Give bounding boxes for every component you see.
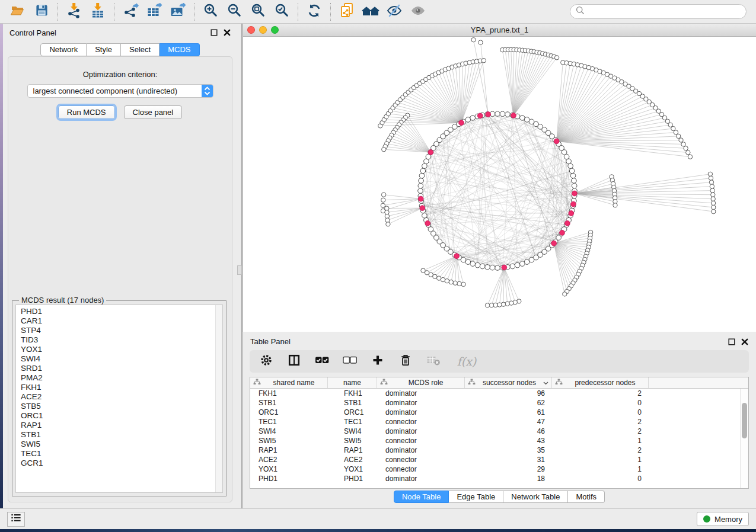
tab-edge-table[interactable]: Edge Table	[449, 491, 503, 503]
network-node[interactable]	[710, 188, 714, 193]
unselect-all-columns-button[interactable]	[342, 354, 358, 369]
network-node[interactable]	[524, 117, 529, 123]
network-node[interactable]	[471, 38, 476, 42]
table-row-rap1[interactable]: RAP1RAP1dominator352	[250, 446, 748, 455]
memory-button[interactable]: Memory	[697, 512, 749, 526]
network-node[interactable]	[570, 173, 576, 178]
mcds-result-list[interactable]: PHD1CAR1STP4TID3YOX1SWI4SRD1PMA2FKH1ACE2…	[15, 305, 223, 493]
network-node[interactable]	[418, 188, 423, 194]
mcds-result-node[interactable]: SWI4	[21, 354, 222, 364]
column-header-predecessor-nodes[interactable]: predecessor nodes	[552, 377, 649, 388]
mcds-hub-node[interactable]	[551, 241, 557, 246]
mcds-result-node[interactable]: ORC1	[21, 411, 222, 421]
first-neighbors-button[interactable]	[359, 2, 382, 22]
network-node[interactable]	[708, 172, 712, 176]
network-node[interactable]	[495, 265, 500, 271]
table-scrollbar-thumb[interactable]	[742, 403, 747, 438]
network-node[interactable]	[510, 264, 515, 269]
table-row-stb1[interactable]: STB1STB1dominator620	[250, 398, 748, 408]
table-row-swi4[interactable]: SWI4SWI4dominator462	[250, 427, 748, 436]
network-node[interactable]	[485, 303, 489, 307]
mcds-hub-node[interactable]	[572, 191, 578, 196]
network-node[interactable]	[479, 40, 483, 44]
table-row-tec1[interactable]: TEC1TEC1connector472	[250, 417, 748, 427]
mcds-result-node[interactable]: PHD1	[21, 307, 222, 316]
mcds-hub-node[interactable]	[502, 265, 507, 270]
delete-column-button[interactable]	[398, 354, 413, 369]
network-node[interactable]	[481, 59, 486, 63]
close-table-panel-icon[interactable]	[741, 338, 748, 345]
import-table-button[interactable]	[86, 2, 110, 22]
search-input[interactable]	[588, 7, 741, 16]
network-node[interactable]	[421, 268, 425, 273]
network-node[interactable]	[381, 198, 385, 202]
mcds-result-node[interactable]: SWI5	[21, 440, 222, 449]
tab-node-table[interactable]: Node Table	[394, 491, 449, 503]
mcds-hub-node[interactable]	[418, 196, 423, 201]
mcds-result-node[interactable]: YOX1	[21, 345, 222, 354]
network-node[interactable]	[457, 281, 461, 286]
network-node[interactable]	[495, 111, 500, 117]
window-minimize-button[interactable]	[259, 26, 267, 34]
network-node[interactable]	[711, 197, 715, 201]
network-node[interactable]	[677, 134, 681, 138]
window-maximize-button[interactable]	[271, 26, 279, 34]
network-node[interactable]	[564, 154, 569, 159]
function-builder-button[interactable]: f(x)	[454, 354, 480, 369]
network-node[interactable]	[453, 281, 457, 285]
network-node[interactable]	[711, 201, 715, 205]
mcds-result-node[interactable]: STP4	[21, 326, 222, 335]
show-columns-button[interactable]	[286, 354, 302, 369]
export-image-button[interactable]	[166, 2, 190, 22]
network-node[interactable]	[686, 150, 690, 155]
mcds-list-scrollbar[interactable]	[215, 305, 222, 492]
table-settings-button[interactable]	[259, 354, 274, 369]
network-node[interactable]	[569, 168, 575, 174]
mcds-result-node[interactable]: PMA2	[21, 373, 222, 383]
network-node[interactable]	[529, 257, 534, 262]
network-node[interactable]	[711, 193, 715, 197]
network-node[interactable]	[671, 126, 675, 130]
network-node[interactable]	[500, 111, 505, 117]
network-node[interactable]	[419, 178, 424, 184]
table-row-ace2[interactable]: ACE2ACE2connector311	[250, 455, 748, 464]
hide-selected-button[interactable]	[382, 2, 406, 22]
mcds-hub-node[interactable]	[459, 120, 464, 126]
export-table-button[interactable]	[142, 2, 166, 22]
network-node[interactable]	[566, 159, 572, 164]
mcds-hub-node[interactable]	[564, 221, 570, 226]
mcds-result-node[interactable]: SRD1	[21, 364, 222, 373]
mcds-result-node[interactable]: CAR1	[21, 316, 222, 326]
network-node[interactable]	[712, 205, 716, 209]
table-row-swi5[interactable]: SWI5SWI5connector431	[250, 436, 748, 446]
network-node[interactable]	[710, 184, 714, 188]
refresh-button[interactable]	[302, 2, 326, 22]
network-node[interactable]	[572, 178, 577, 184]
mcds-hub-node[interactable]	[486, 112, 491, 117]
mcds-hub-node[interactable]	[477, 113, 483, 118]
table-scrollbar[interactable]	[740, 389, 748, 488]
network-node[interactable]	[497, 303, 502, 307]
zoom-out-button[interactable]	[222, 2, 246, 22]
network-canvas[interactable]	[243, 37, 756, 332]
mcds-result-node[interactable]: ACE2	[21, 392, 222, 402]
network-node[interactable]	[515, 262, 520, 268]
panel-menu-button[interactable]	[7, 512, 25, 527]
column-header-mcds-role[interactable]: MCDS role	[377, 377, 465, 388]
network-node[interactable]	[524, 259, 529, 265]
network-node[interactable]	[470, 261, 476, 267]
clone-network-button[interactable]	[335, 2, 359, 22]
network-node[interactable]	[381, 193, 385, 197]
close-panel-button[interactable]: Close panel	[124, 105, 183, 119]
mcds-hub-node[interactable]	[569, 211, 574, 216]
delete-table-button[interactable]	[426, 354, 441, 369]
network-node[interactable]	[520, 261, 525, 267]
zoom-selected-button[interactable]	[270, 2, 294, 22]
network-node[interactable]	[505, 112, 511, 117]
mcds-result-node[interactable]: FKH1	[21, 383, 222, 392]
mcds-hub-node[interactable]	[571, 201, 576, 207]
tab-mcds[interactable]: MCDS	[160, 43, 199, 56]
show-all-button[interactable]	[406, 2, 430, 22]
mcds-hub-node[interactable]	[511, 113, 516, 118]
column-header-shared-name[interactable]: shared name	[250, 377, 328, 388]
